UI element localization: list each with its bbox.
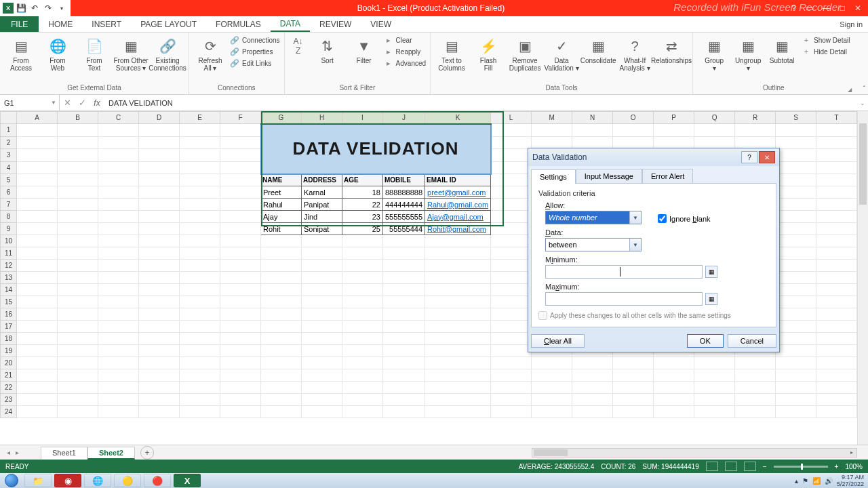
col-header-G[interactable]: G — [261, 112, 302, 124]
cell[interactable] — [491, 186, 532, 199]
edit-links-button[interactable]: 🔗Edit Links — [230, 58, 280, 68]
dialog-tab-input-message[interactable]: Input Message — [576, 169, 642, 183]
cell[interactable] — [17, 382, 58, 394]
cell[interactable] — [261, 382, 302, 394]
row-header-4[interactable]: 4 — [1, 161, 17, 174]
cell[interactable] — [98, 124, 139, 137]
cell[interactable] — [383, 260, 425, 272]
cell[interactable] — [776, 272, 816, 284]
cell[interactable] — [17, 199, 58, 211]
cell[interactable] — [220, 124, 261, 137]
scroll-thumb[interactable] — [534, 449, 568, 456]
col-header-I[interactable]: I — [342, 112, 383, 124]
cell[interactable] — [302, 260, 342, 272]
close-icon[interactable]: ✕ — [854, 3, 861, 13]
remove-button[interactable]: ▣Remove Duplicates — [508, 34, 542, 72]
cell[interactable] — [491, 149, 532, 162]
cell[interactable] — [17, 260, 58, 272]
cell[interactable] — [302, 333, 342, 345]
cell[interactable] — [98, 296, 139, 308]
cell[interactable] — [98, 321, 139, 333]
cell[interactable] — [139, 369, 180, 382]
cell[interactable] — [180, 406, 220, 418]
cell[interactable] — [383, 284, 425, 296]
cell[interactable] — [98, 136, 139, 149]
col-header-F[interactable]: F — [220, 112, 261, 124]
clear-all-button[interactable]: Clear All — [531, 334, 585, 348]
cell[interactable] — [261, 394, 302, 406]
row-header-7[interactable]: 7 — [1, 199, 17, 211]
cell[interactable] — [180, 186, 220, 199]
cell[interactable] — [58, 247, 98, 260]
cell[interactable] — [776, 199, 816, 211]
row-header-16[interactable]: 16 — [1, 308, 17, 321]
table-cell[interactable]: 444444444 — [383, 199, 425, 211]
subtotal-button[interactable]: ▦Subtotal — [765, 34, 799, 72]
cell[interactable] — [491, 272, 532, 284]
cell[interactable] — [220, 272, 261, 284]
cell[interactable] — [220, 333, 261, 345]
cell[interactable] — [180, 321, 220, 333]
row-header-23[interactable]: 23 — [1, 394, 17, 406]
cell[interactable] — [139, 260, 180, 272]
cell[interactable] — [139, 296, 180, 308]
cell[interactable] — [261, 369, 302, 382]
cell[interactable] — [17, 406, 58, 418]
cell[interactable] — [383, 296, 425, 308]
cell[interactable] — [776, 406, 816, 418]
cell[interactable] — [613, 406, 654, 418]
cell[interactable] — [776, 296, 816, 308]
cell[interactable] — [139, 333, 180, 345]
cell[interactable] — [98, 369, 139, 382]
cell[interactable] — [220, 406, 261, 418]
cell[interactable] — [58, 136, 98, 149]
taskbar-explorer-icon[interactable]: 📁 — [24, 474, 52, 487]
cell[interactable] — [816, 284, 857, 296]
cell[interactable] — [98, 260, 139, 272]
col-header-A[interactable]: A — [17, 112, 58, 124]
ribbon-tab-insert[interactable]: INSERT — [82, 16, 131, 32]
cell[interactable] — [302, 382, 342, 394]
cell[interactable] — [654, 406, 694, 418]
cell[interactable] — [139, 308, 180, 321]
cell[interactable] — [58, 174, 98, 186]
cell[interactable] — [302, 247, 342, 260]
cell[interactable] — [816, 382, 857, 394]
cell[interactable] — [220, 321, 261, 333]
cell[interactable] — [383, 357, 425, 369]
table-header[interactable]: EMAIL ID — [425, 174, 491, 186]
cell[interactable] — [180, 199, 220, 211]
col-header-P[interactable]: P — [654, 112, 694, 124]
cell[interactable] — [58, 345, 98, 357]
enter-formula-icon[interactable]: ✓ — [75, 98, 90, 108]
cell[interactable] — [302, 406, 342, 418]
cell[interactable] — [735, 136, 776, 149]
cell[interactable] — [342, 382, 383, 394]
row-header-24[interactable]: 24 — [1, 406, 17, 418]
col-header-M[interactable]: M — [532, 112, 572, 124]
from-other-button[interactable]: ▦From Other Sources ▾ — [114, 34, 148, 72]
maximize-icon[interactable]: □ — [840, 3, 845, 13]
start-button[interactable] — [0, 473, 23, 488]
cell[interactable] — [17, 296, 58, 308]
cell[interactable] — [220, 308, 261, 321]
tray-flag-icon[interactable]: ⚑ — [802, 477, 808, 485]
ribbon-tab-home[interactable]: HOME — [39, 16, 82, 32]
cell[interactable] — [342, 272, 383, 284]
table-cell[interactable]: Preet — [261, 186, 302, 199]
cell[interactable] — [98, 211, 139, 223]
table-cell[interactable]: 888888888 — [383, 186, 425, 199]
col-header-Q[interactable]: Q — [694, 112, 735, 124]
cell[interactable] — [139, 161, 180, 174]
undo-icon[interactable]: ↶ — [28, 2, 41, 14]
cell[interactable] — [139, 124, 180, 137]
table-cell[interactable]: 55555444 — [383, 223, 425, 235]
cell[interactable] — [491, 211, 532, 223]
cell[interactable] — [654, 124, 694, 137]
sheet-tab-sheet1[interactable]: Sheet1 — [41, 447, 87, 460]
cell[interactable] — [425, 321, 491, 333]
cell[interactable] — [58, 161, 98, 174]
table-cell[interactable]: Rohit — [261, 223, 302, 235]
cell[interactable] — [491, 124, 532, 137]
col-header-N[interactable]: N — [572, 112, 613, 124]
